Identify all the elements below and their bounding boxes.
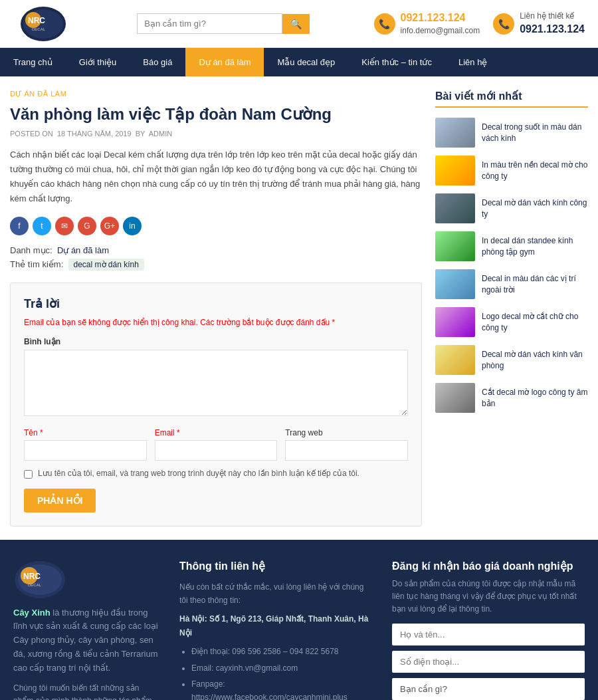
- footer-col-register: Đăng kí nhận báo giá doanh nghiệp Do sản…: [392, 560, 585, 700]
- social-share: f t ✉ G G+ in: [10, 217, 422, 235]
- nav-gioi-thieu[interactable]: Giới thiệu: [66, 48, 130, 76]
- sidebar-post-img-7: [435, 345, 475, 375]
- sidebar: Bài viết mới nhất Decal trong suốt in mà…: [435, 90, 588, 526]
- sidebar-post-title-6: Logo decal mờ cắt chữ cho công ty: [482, 311, 588, 334]
- footer-grid: NRC DECAL Cây Xinh là thương hiệu đầu tr…: [13, 560, 585, 700]
- post-date: 18 THÁNG NĂM, 2019: [57, 130, 132, 138]
- header-contact: 📞 0921.123.124 info.demo@gmail.com 📞 Liê…: [374, 11, 585, 37]
- twitter-share[interactable]: t: [33, 217, 51, 235]
- sidebar-post-title-5: Decal in màu dán các vị trí ngoài trời: [482, 273, 588, 296]
- design-text: Liên hệ thiết kế 0921.123.124: [520, 11, 585, 37]
- google-share[interactable]: G: [78, 217, 96, 235]
- facebook-share[interactable]: f: [10, 217, 29, 235]
- sidebar-post-title-3: Decal mờ dán vách kính công ty: [482, 197, 588, 220]
- sidebar-post-8[interactable]: Cắt decal mờ logo công ty âm bản: [435, 383, 588, 413]
- footer-col-about: NRC DECAL Cây Xinh là thương hiệu đầu tr…: [13, 560, 159, 700]
- sidebar-post-4[interactable]: In decal dán standee kính phòng tập gym: [435, 231, 588, 261]
- phone-text: 0921.123.124 info.demo@gmail.com: [401, 11, 480, 37]
- contact-intro: Nếu còn bất cứ thắc mắc, vui lòng liên h…: [179, 580, 372, 608]
- sidebar-post-6[interactable]: Logo decal mờ cắt chữ cho công ty: [435, 307, 588, 337]
- sidebar-post-img-4: [435, 231, 475, 261]
- search-input[interactable]: [137, 13, 282, 34]
- category-link[interactable]: Dự án đã làm: [57, 245, 109, 255]
- website-input[interactable]: [285, 440, 408, 461]
- nav-du-an[interactable]: Dự án đã làm: [185, 48, 264, 76]
- phone-icon: 📞: [374, 13, 395, 35]
- linkedin-share[interactable]: in: [123, 217, 142, 235]
- footer-logo[interactable]: NRC DECAL: [13, 560, 66, 600]
- sidebar-post-img-5: [435, 269, 475, 299]
- form-note: Email của bạn sẽ không được hiển thị côn…: [24, 318, 408, 327]
- hanoi-fanpage: Fanpage: https://www.facebook.com/caycan…: [191, 677, 372, 700]
- hanoi-email: Email: cayxinh.vn@gmail.com: [191, 661, 372, 675]
- name-input[interactable]: [24, 440, 147, 461]
- nav-lien-he[interactable]: Liên hệ: [445, 48, 500, 76]
- sidebar-post-5[interactable]: Decal in màu dán các vị trí ngoài trời: [435, 269, 588, 299]
- posted-on-label: POSTED ON: [10, 130, 53, 138]
- design-contact: 📞 Liên hệ thiết kế 0921.123.124: [493, 11, 585, 37]
- website-label: Trang web: [285, 428, 408, 437]
- phone-number: 0921.123.124: [401, 11, 480, 25]
- design-label: Liên hệ thiết kế: [520, 11, 585, 22]
- form-row-three: Tên * Email * Trang web: [24, 428, 408, 461]
- post-meta: POSTED ON 18 THÁNG NĂM, 2019 BY ADMIN: [10, 130, 422, 138]
- design-icon: 📞: [493, 13, 514, 35]
- main-content: DỰ ÁN ĐÃ LÀM Văn phòng làm việc Tập đoàn…: [10, 90, 422, 526]
- svg-text:NRC: NRC: [23, 572, 41, 581]
- sidebar-post-1[interactable]: Decal trong suốt in màu dán vách kính: [435, 118, 588, 148]
- sidebar-post-img-1: [435, 118, 475, 148]
- name-group: Tên *: [24, 428, 147, 461]
- tag-label: Thẻ tìm kiếm:: [10, 259, 63, 269]
- hanoi-addr: Hà Nội: Số 1, Ngõ 213, Giáp Nhất, Thanh …: [179, 614, 368, 637]
- comment-textarea[interactable]: [24, 350, 408, 416]
- svg-text:NRC: NRC: [28, 16, 45, 25]
- footer-brand-desc2: Chúng tôi muốn biến tất những sản phẩm c…: [13, 682, 159, 700]
- search-form: 🔍: [137, 13, 310, 34]
- sidebar-post-7[interactable]: Decal mờ dán vách kính văn phòng: [435, 345, 588, 375]
- footer: NRC DECAL Cây Xinh là thương hiệu đầu tr…: [0, 540, 598, 700]
- footer-phone-input[interactable]: [392, 651, 585, 673]
- sidebar-post-title-7: Decal mờ dán vách kính văn phòng: [482, 349, 588, 372]
- nav-trang-chu[interactable]: Trang chủ: [0, 48, 66, 76]
- site-logo[interactable]: NRC DECAL: [13, 5, 73, 42]
- sidebar-post-title-4: In decal dán standee kính phòng tập gym: [482, 235, 588, 258]
- remember-label: Lưu tên của tôi, email, và trang web tro…: [38, 469, 359, 478]
- email-address: info.demo@gmail.com: [401, 25, 480, 37]
- sidebar-post-img-8: [435, 383, 475, 413]
- footer-contact-info: Nếu còn bất cứ thắc mắc, vui lòng liên h…: [179, 580, 372, 700]
- email-share[interactable]: ✉: [55, 217, 74, 235]
- by-label: BY: [136, 130, 145, 138]
- sidebar-title: Bài viết mới nhất: [435, 90, 588, 108]
- search-button[interactable]: 🔍: [282, 14, 310, 34]
- footer-register-title: Đăng kí nhận báo giá doanh nghiệp: [392, 560, 585, 572]
- email-input[interactable]: [155, 440, 278, 461]
- sidebar-post-img-3: [435, 193, 475, 223]
- nav-bao-gia[interactable]: Báo giá: [130, 48, 185, 76]
- sidebar-post-img-6: [435, 307, 475, 337]
- nav-kien-thuc[interactable]: Kiến thức – tin tức: [348, 48, 445, 76]
- form-note-text: Email của bạn sẽ không được hiển thị côn…: [24, 318, 330, 327]
- form-title: Trả lời: [24, 296, 408, 311]
- breadcrumb: DỰ ÁN ĐÃ LÀM: [10, 90, 422, 98]
- footer-col-contact: Thông tin liên hệ Nếu còn bất cứ thắc mắ…: [179, 560, 372, 700]
- footer-register-desc: Do sản phẩm của chúng tôi được cập nhật …: [392, 578, 585, 616]
- page-title: Văn phòng làm việc Tập đoàn Nam Cường: [10, 104, 422, 124]
- tag-link[interactable]: decal mờ dán kính: [68, 259, 144, 271]
- design-phone: 0921.123.124: [520, 22, 585, 37]
- nav-mau-decal[interactable]: Mẫu decal đẹp: [264, 48, 348, 76]
- sidebar-post-2[interactable]: In màu trên nền decal mờ cho công ty: [435, 156, 588, 185]
- hanoi-phone: Điện thoại: 096 596 2586 – 094 822 5678: [191, 645, 372, 658]
- googleplus-share[interactable]: G+: [100, 217, 119, 235]
- sidebar-post-img-2: [435, 156, 475, 185]
- footer-need-select[interactable]: Bạn cần gì?: [392, 678, 585, 700]
- main-container: DỰ ÁN ĐÃ LÀM Văn phòng làm việc Tập đoàn…: [0, 76, 598, 540]
- sidebar-post-3[interactable]: Decal mờ dán vách kính công ty: [435, 193, 588, 223]
- remember-row: Lưu tên của tôi, email, và trang web tro…: [24, 469, 408, 479]
- footer-contact-title: Thông tin liên hệ: [179, 560, 372, 572]
- submit-button[interactable]: PHẢN HỒI: [24, 489, 96, 513]
- phone-contact: 📞 0921.123.124 info.demo@gmail.com: [374, 11, 480, 37]
- footer-name-input[interactable]: [392, 624, 585, 645]
- remember-checkbox[interactable]: [24, 470, 33, 479]
- sidebar-post-title-1: Decal trong suốt in màu dán vách kính: [482, 122, 588, 144]
- website-group: Trang web: [285, 428, 408, 461]
